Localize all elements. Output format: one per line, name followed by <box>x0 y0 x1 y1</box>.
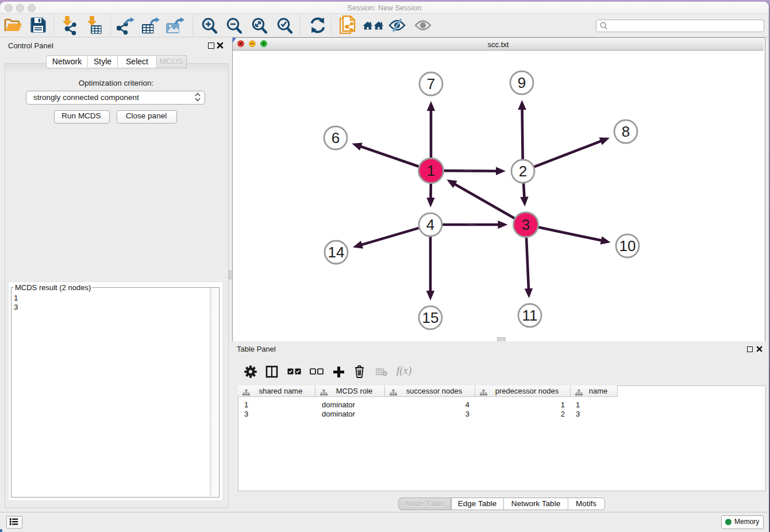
svg-text:3: 3 <box>522 216 530 233</box>
svg-text:8: 8 <box>622 123 630 140</box>
svg-text:2: 2 <box>519 163 527 180</box>
svg-text:7: 7 <box>427 75 435 92</box>
svg-text:4: 4 <box>426 216 434 233</box>
svg-text:1: 1 <box>427 162 435 179</box>
svg-text:10: 10 <box>619 237 636 255</box>
svg-text:14: 14 <box>328 244 345 261</box>
svg-text:9: 9 <box>518 74 526 91</box>
svg-text:11: 11 <box>522 307 538 324</box>
svg-text:15: 15 <box>422 309 439 326</box>
svg-text:6: 6 <box>332 129 340 147</box>
